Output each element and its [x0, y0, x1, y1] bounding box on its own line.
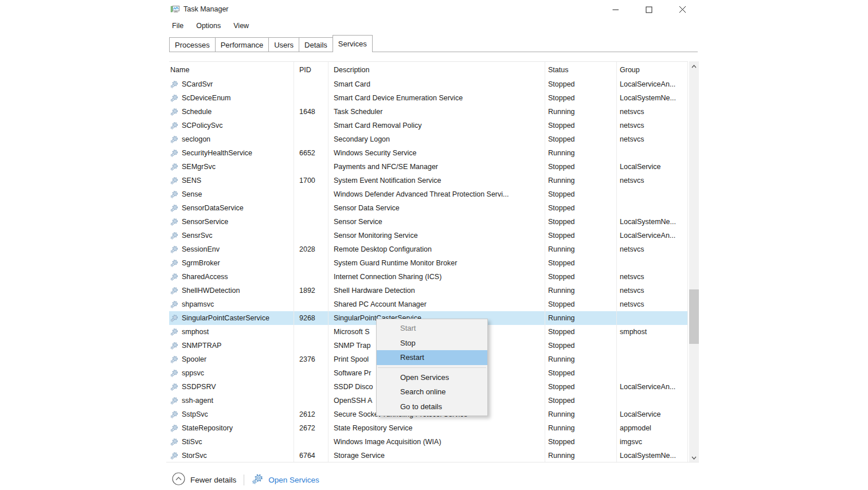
fewer-details-button[interactable]: Fewer details: [172, 472, 236, 487]
footer-separator: [244, 475, 244, 485]
service-status: Running: [545, 452, 616, 460]
service-name: ShellHWDetection: [182, 287, 240, 295]
tab-details[interactable]: Details: [299, 37, 333, 52]
scrollbar-thumb[interactable]: [689, 289, 699, 344]
context-menu-item-open-services[interactable]: Open Services: [377, 370, 487, 385]
open-services-label: Open Services: [268, 476, 319, 484]
table-row[interactable]: SCardSvr Smart Card Stopped LocalService…: [169, 77, 688, 91]
service-pid: 6764: [294, 452, 328, 460]
scroll-up-button[interactable]: [689, 61, 699, 71]
tab-performance[interactable]: Performance: [215, 37, 269, 52]
table-row[interactable]: SensorDataService Sensor Data Service St…: [169, 201, 688, 215]
table-row[interactable]: SgrmBroker System Guard Runtime Monitor …: [169, 256, 688, 270]
service-status: Stopped: [545, 342, 616, 350]
context-menu-item-go-to-details[interactable]: Go to details: [377, 399, 487, 414]
context-menu-item-start: Start: [377, 321, 487, 336]
column-header-pid[interactable]: PID: [294, 66, 328, 74]
table-row[interactable]: Sense Windows Defender Advanced Threat P…: [169, 187, 688, 201]
service-name: SecurityHealthService: [182, 149, 252, 157]
table-row[interactable]: StateRepository 2672 State Repository Se…: [169, 421, 688, 435]
context-menu-item-search-online[interactable]: Search online: [377, 385, 487, 399]
service-gear-icon: [170, 149, 179, 158]
service-gear-icon: [170, 383, 179, 391]
table-row[interactable]: Schedule 1648 Task Scheduler Running net…: [169, 105, 688, 119]
table-row[interactable]: SensrSvc Sensor Monitoring Service Stopp…: [169, 229, 688, 242]
table-row[interactable]: SCPolicySvc Smart Card Removal Policy St…: [169, 119, 688, 132]
open-services-link[interactable]: Open Services: [252, 473, 319, 487]
service-gear-icon: [170, 135, 179, 144]
service-status: Stopped: [545, 190, 616, 198]
column-header-group[interactable]: Group: [616, 66, 688, 74]
service-name: seclogon: [182, 135, 210, 143]
service-group: LocalService: [616, 163, 688, 171]
service-gear-icon: [170, 355, 179, 364]
table-row[interactable]: ShellHWDetection 1892 Shell Hardware Det…: [169, 284, 688, 297]
service-description: Sensor Monitoring Service: [328, 232, 545, 240]
minimize-button[interactable]: [599, 0, 632, 19]
tab-processes[interactable]: Processes: [169, 37, 216, 52]
service-description: Smart Card Removal Policy: [328, 121, 545, 130]
context-menu-item-restart[interactable]: Restart: [377, 350, 487, 365]
service-name: Sense: [182, 190, 202, 198]
service-description: Windows Defender Advanced Threat Protect…: [328, 190, 545, 198]
column-header-name[interactable]: Name: [169, 66, 294, 74]
context-menu-item-stop[interactable]: Stop: [377, 336, 487, 351]
menu-file[interactable]: File: [172, 22, 183, 32]
table-row[interactable]: shpamsvc Shared PC Account Manager Stopp…: [169, 297, 688, 311]
service-group: LocalSystemNe...: [616, 452, 688, 460]
service-group: LocalServiceAn...: [616, 383, 688, 391]
table-row[interactable]: ScDeviceEnum Smart Card Device Enumerati…: [169, 91, 688, 105]
service-group: netsvcs: [616, 135, 688, 143]
table-row[interactable]: SENS 1700 System Event Notification Serv…: [169, 174, 688, 187]
service-name: shpamsvc: [182, 300, 214, 308]
service-name: ScDeviceEnum: [182, 94, 230, 102]
service-gear-icon: [170, 80, 179, 89]
table-row[interactable]: seclogon Secondary Logon Stopped netsvcs: [169, 132, 688, 146]
table-row[interactable]: SensorService Sensor Service Stopped Loc…: [169, 215, 688, 229]
service-status: Running: [545, 108, 616, 116]
service-name: SingularPointCasterService: [182, 314, 269, 322]
table-row[interactable]: SharedAccess Internet Connection Sharing…: [169, 270, 688, 284]
service-gear-icon: [170, 424, 179, 433]
menu-options[interactable]: Options: [196, 22, 221, 32]
maximize-button[interactable]: [632, 0, 666, 19]
service-name: SharedAccess: [182, 273, 228, 281]
service-group: appmodel: [616, 424, 688, 432]
column-header-description[interactable]: Description: [328, 66, 545, 74]
service-name: SessionEnv: [182, 245, 220, 253]
service-gear-icon: [170, 300, 179, 309]
service-pid: 1648: [294, 108, 328, 116]
close-button[interactable]: [666, 0, 699, 19]
table-row[interactable]: StorSvc 6764 Storage Service Running Loc…: [169, 449, 688, 462]
table-row[interactable]: SessionEnv 2028 Remote Desktop Configura…: [169, 242, 688, 256]
service-name: SCPolicySvc: [182, 121, 223, 130]
table-row[interactable]: SEMgrSvc Payments and NFC/SE Manager Sto…: [169, 160, 688, 174]
service-status: Stopped: [545, 259, 616, 267]
service-status: Stopped: [545, 273, 616, 281]
service-name: SEMgrSvc: [182, 163, 216, 171]
tab-services[interactable]: Services: [333, 35, 373, 52]
service-name: SCardSvr: [182, 80, 213, 88]
service-pid: 2672: [294, 424, 328, 432]
scroll-down-button[interactable]: [689, 453, 699, 462]
window-controls: [599, 0, 699, 19]
service-status: Running: [545, 410, 616, 418]
service-name: StiSvc: [182, 438, 202, 446]
service-gear-icon: [170, 245, 179, 254]
service-gear-icon: [170, 397, 179, 405]
service-name: ssh-agent: [182, 397, 213, 405]
menu-bar: FileOptionsView: [166, 22, 249, 32]
service-group: netsvcs: [616, 121, 688, 130]
service-name: SensrSvc: [182, 232, 213, 240]
vertical-scrollbar[interactable]: [689, 61, 699, 462]
column-header-status[interactable]: Status: [545, 66, 616, 74]
service-status: Running: [545, 424, 616, 432]
service-name: StorSvc: [182, 452, 207, 460]
tab-users[interactable]: Users: [268, 37, 299, 52]
table-row[interactable]: SecurityHealthService 6652 Windows Secur…: [169, 146, 688, 160]
table-row[interactable]: StiSvc Windows Image Acquisition (WIA) S…: [169, 435, 688, 449]
service-status: Stopped: [545, 121, 616, 130]
service-group: LocalSystemNe...: [616, 94, 688, 102]
service-gear-icon: [170, 328, 179, 336]
menu-view[interactable]: View: [233, 22, 249, 32]
